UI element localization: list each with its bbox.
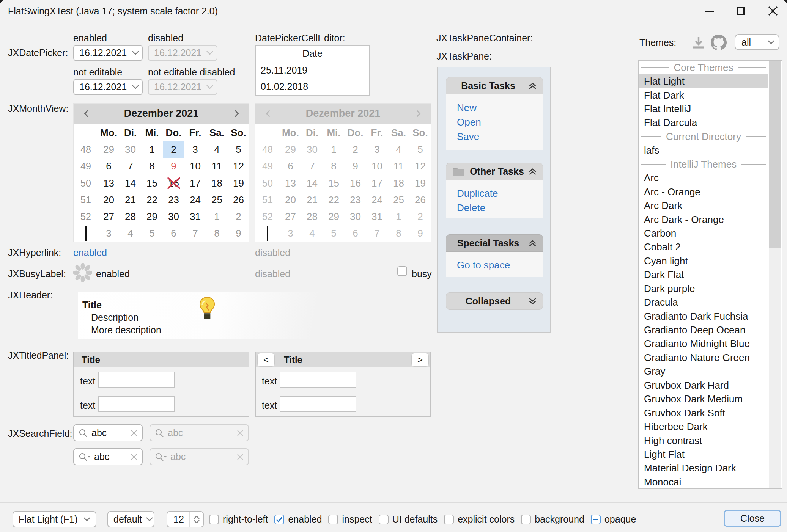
day-cell[interactable]: 13 (98, 175, 120, 191)
laf-combobox[interactable]: Flat Light (F1) (13, 511, 96, 527)
day-cell[interactable]: 31 (184, 208, 206, 225)
day-cell[interactable]: 29 (98, 141, 120, 158)
day-cell[interactable]: 12 (228, 158, 249, 175)
theme-list-item[interactable]: Gradianto Dark Fuchsia (639, 309, 768, 323)
checkbox-unchecked[interactable] (521, 515, 531, 524)
taskpane-header[interactable]: Basic Tasks (446, 77, 543, 94)
day-cell[interactable]: 28 (120, 208, 141, 225)
maximize-button[interactable] (728, 0, 753, 22)
day-cell[interactable]: 30 (120, 141, 141, 158)
day-cell[interactable]: 26 (228, 191, 249, 208)
day-cell[interactable]: 17 (184, 175, 206, 191)
day-cell[interactable]: 8 (206, 225, 228, 242)
theme-list-item[interactable]: Arc Dark - Orange (639, 213, 768, 226)
table-row[interactable]: 01.02.2018 (256, 78, 369, 95)
font-size-spinner[interactable]: 12 (167, 511, 204, 527)
checkbox-indeterminate[interactable] (591, 515, 601, 524)
day-cell[interactable]: 6 (98, 158, 120, 175)
monthview-enabled[interactable]: Dezember 2021Mo.Di.Mi.Do.Fr.Sa.So.482930… (73, 103, 249, 242)
theme-list-item[interactable]: Arc Dark (639, 199, 768, 212)
theme-list-item[interactable]: Gruvbox Dark Hard (639, 378, 768, 392)
day-cell[interactable]: 16 (163, 175, 184, 191)
search-field-menu-enabled[interactable]: abc (73, 448, 143, 465)
day-cell[interactable]: 10 (184, 158, 206, 175)
task-link[interactable]: Delete (457, 202, 543, 214)
theme-list-item[interactable]: Dark Flat (639, 268, 768, 282)
task-link[interactable]: Go to space (457, 259, 543, 271)
text-input[interactable] (98, 372, 175, 388)
checkbox-unchecked[interactable] (444, 515, 454, 524)
day-cell[interactable]: 22 (141, 191, 163, 208)
theme-list-item[interactable]: Monocai (639, 475, 768, 489)
next-month-button[interactable] (224, 104, 249, 124)
github-icon[interactable] (710, 34, 727, 51)
theme-list-item[interactable]: Flat Dark (639, 88, 768, 102)
day-cell[interactable]: 7 (120, 158, 141, 175)
theme-list-item[interactable]: Gradianto Deep Ocean (639, 323, 768, 337)
theme-list-item[interactable]: Arc - Orange (639, 185, 768, 199)
checkbox-item[interactable]: background (521, 514, 584, 525)
day-cell[interactable]: 14 (120, 175, 141, 191)
checkbox-item[interactable]: opaque (591, 514, 636, 525)
theme-list-item[interactable]: Cobalt 2 (639, 240, 768, 254)
theme-list-item[interactable]: Cyan light (639, 254, 768, 268)
day-cell[interactable]: 2 (163, 141, 184, 158)
clear-icon[interactable] (131, 430, 137, 436)
day-cell[interactable]: 29 (141, 208, 163, 225)
day-cell[interactable]: 24 (184, 191, 206, 208)
close-dialog-button[interactable]: Close (724, 510, 781, 527)
table-row[interactable]: 25.11.2019 (256, 62, 369, 78)
datepicker-not-editable[interactable]: 16.12.2021 (73, 79, 143, 95)
day-cell[interactable]: 18 (206, 175, 228, 191)
theme-list-item[interactable]: Hiberbee Dark (639, 420, 768, 433)
day-cell[interactable]: 4 (120, 225, 141, 242)
hyperlink-enabled[interactable]: enabled (73, 247, 107, 258)
day-cell[interactable]: 1 (141, 141, 163, 158)
datepicker-enabled[interactable]: 16.12.2021 (73, 45, 143, 61)
theme-list-item[interactable]: Dark purple (639, 282, 768, 295)
theme-list-item[interactable]: Light Flat (639, 447, 768, 461)
themes-list[interactable]: Core ThemesFlat LightFlat DarkFlat Intel… (638, 60, 782, 489)
day-cell[interactable]: 20 (98, 191, 120, 208)
theme-list-item[interactable]: Gruvbox Dark Medium (639, 392, 768, 406)
busy-checkbox[interactable] (397, 266, 407, 276)
theme-list-item[interactable]: Flat Darcula (639, 116, 768, 130)
theme-list-item[interactable]: Flat IntelliJ (639, 102, 768, 116)
theme-list-item[interactable]: Gray (639, 365, 768, 378)
day-cell[interactable]: 27 (98, 208, 120, 225)
checkbox-checked[interactable] (274, 515, 284, 524)
taskpane-header[interactable]: Other Tasks (446, 163, 543, 180)
font-combobox[interactable]: default (107, 511, 154, 527)
celleditor-table[interactable]: Date 25.11.201901.02.2018 (255, 45, 370, 96)
table-column-header[interactable]: Date (256, 46, 369, 62)
close-button[interactable] (759, 0, 787, 22)
minimize-button[interactable] (697, 0, 722, 22)
task-link[interactable]: Duplicate (457, 188, 543, 199)
day-cell[interactable]: 5 (228, 141, 249, 158)
next-button[interactable]: > (411, 353, 429, 367)
theme-list-item[interactable]: Dracula (639, 295, 768, 309)
task-link[interactable]: Save (457, 131, 543, 143)
day-cell[interactable]: 1 (206, 208, 228, 225)
themes-filter-combobox[interactable]: all (735, 34, 779, 50)
day-cell[interactable]: 30 (163, 208, 184, 225)
scrollbar-thumb[interactable] (769, 61, 781, 248)
theme-list-item[interactable]: High contrast (639, 434, 768, 447)
theme-list-item[interactable]: Material Design Dark (639, 461, 768, 475)
day-cell[interactable]: 9 (163, 158, 184, 175)
search-field-enabled[interactable]: abc (73, 424, 143, 441)
day-cell[interactable]: 3 (184, 141, 206, 158)
day-cell[interactable]: 25 (206, 191, 228, 208)
text-input[interactable] (280, 396, 356, 412)
day-cell[interactable]: 11 (206, 158, 228, 175)
checkbox-unchecked[interactable] (379, 515, 389, 524)
day-cell[interactable]: 4 (206, 141, 228, 158)
day-cell[interactable]: 3 (98, 225, 120, 242)
text-input[interactable] (280, 372, 356, 388)
day-cell[interactable]: 7 (184, 225, 206, 242)
day-cell[interactable]: 9 (228, 225, 249, 242)
checkbox-item[interactable]: UI defaults (379, 514, 438, 525)
checkbox-item[interactable]: right-to-left (209, 514, 268, 525)
theme-list-item[interactable]: Flat Light (639, 74, 768, 88)
theme-list-item[interactable]: Carbon (639, 226, 768, 240)
